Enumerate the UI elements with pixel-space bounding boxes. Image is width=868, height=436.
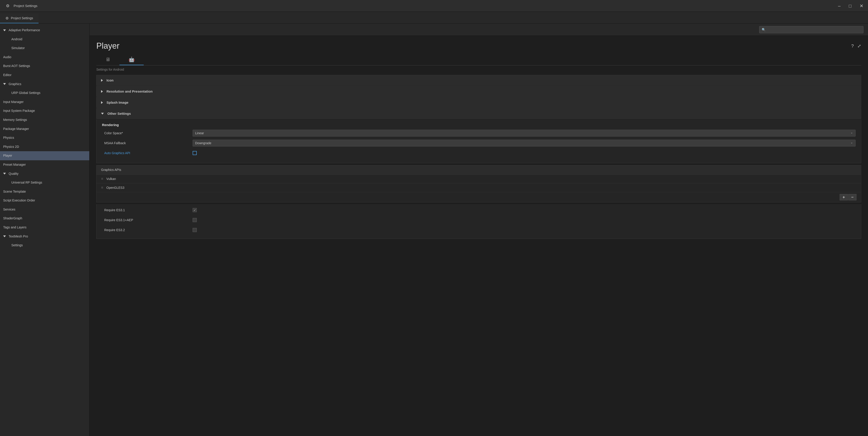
player-actions: ? ⤢ [851,43,861,49]
sidebar-item-editor[interactable]: Editor [0,71,89,80]
graphics-api-vulkan: ≡ Vulkan [97,174,861,183]
color-space-row: Color Space* Linear Gamma [102,130,856,137]
search-input[interactable] [767,28,861,31]
color-space-label: Color Space* [102,131,193,135]
section-header-other[interactable]: Other Settings [96,108,861,119]
collapse-icon [101,90,103,93]
auto-graphics-api-row: Auto Graphics API [102,149,856,157]
app-icon: ⚙ [4,3,11,9]
maximize-button[interactable]: □ [849,4,851,8]
section-header-splash[interactable]: Splash Image [96,97,861,108]
expand-icon [3,173,6,174]
remove-api-button[interactable]: − [848,194,857,200]
title-bar: ⚙ Project Settings – □ ✕ [0,0,868,12]
require-es32-label: Require ES3.2 [102,228,193,232]
sidebar-item-graphics[interactable]: Graphics [0,80,89,89]
expand-icon [3,29,6,31]
require-es31-row: Require ES3.1 [102,206,856,214]
sidebar-item-package-manager[interactable]: Package Manager [0,125,89,134]
settings-for-label: Settings for Android [96,68,861,71]
window-controls: – □ ✕ [838,4,864,8]
es-requirements: Require ES3.1 Require ES3.1+AEP Require … [96,204,861,239]
require-es32-row: Require ES3.2 [102,226,856,234]
sidebar-item-scene-template[interactable]: Scene Template [0,187,89,196]
msaa-fallback-label: MSAA Fallback [102,141,193,145]
help-button[interactable]: ? [851,43,854,49]
vulkan-label: Vulkan [106,177,116,181]
sidebar-item-physics-2d[interactable]: Physics 2D [0,142,89,152]
msaa-fallback-row: MSAA Fallback Downgrade None [102,139,856,147]
auto-graphics-api-value [193,151,856,155]
sidebar-item-universal-rp[interactable]: Universal RP Settings [0,178,89,187]
color-space-value: Linear Gamma [193,130,856,136]
color-space-select[interactable]: Linear Gamma [193,130,856,136]
require-es31-value [193,208,856,212]
drag-handle-icon[interactable]: ≡ [101,177,103,181]
sidebar-item-textmesh-settings[interactable]: Settings [0,241,89,250]
sidebar-item-player[interactable]: Player [0,151,89,160]
platform-tabs: 🖥 🤖 [96,54,861,65]
sidebar-item-input-manager[interactable]: Input Manager [0,98,89,107]
sidebar-item-simulator[interactable]: Simulator [0,44,89,53]
title-bar-text: Project Settings [13,4,37,8]
auto-graphics-api-label[interactable]: Auto Graphics API [102,151,193,155]
desktop-icon: 🖥 [105,57,111,63]
add-api-button[interactable]: + [840,194,848,200]
search-icon: 🔍 [762,28,766,31]
require-es32-value [193,228,856,232]
player-header: Player ? ⤢ [90,36,868,54]
graphics-api-opengles3: ≡ OpenGLES3 [97,183,861,192]
msaa-fallback-value: Downgrade None [193,140,856,146]
sidebar-item-urp-global[interactable]: URP Global Settings [0,89,89,98]
collapse-icon [101,101,103,104]
sidebar-item-tags-and-layers[interactable]: Tags and Layers [0,223,89,232]
require-es31-label: Require ES3.1 [102,208,193,212]
tab-desktop[interactable]: 🖥 [96,54,119,65]
tab-bar: ⚙ Project Settings [0,12,868,24]
graphics-apis-section: Graphics APIs ≡ Vulkan ≡ OpenGLES3 + − [96,165,861,202]
sidebar-item-quality[interactable]: Quality [0,169,89,178]
search-box[interactable]: 🔍 [759,26,864,33]
sidebar-item-script-execution[interactable]: Script Execution Order [0,196,89,205]
expand-button[interactable]: ⤢ [857,43,861,49]
require-es31-aep-label: Require ES3.1+AEP [102,218,193,222]
tab-project-settings[interactable]: ⚙ Project Settings [0,13,38,23]
sidebar: Adaptive Performance Android Simulator A… [0,24,90,436]
require-es32-checkbox[interactable] [193,228,197,232]
sidebar-item-adaptive-performance[interactable]: Adaptive Performance [0,26,89,35]
require-es31-checkbox[interactable] [193,208,197,212]
require-es31-aep-row: Require ES3.1+AEP [102,216,856,224]
apis-toolbar: + − [97,192,861,202]
sidebar-item-textmesh-pro[interactable]: TextMesh Pro [0,232,89,241]
sidebar-item-physics[interactable]: Physics [0,133,89,142]
drag-handle-icon[interactable]: ≡ [101,186,103,190]
rendering-header: Rendering [102,123,856,127]
auto-graphics-api-checkbox[interactable] [193,151,197,155]
msaa-fallback-select[interactable]: Downgrade None [193,140,856,146]
tab-android[interactable]: 🤖 [119,54,144,65]
sidebar-item-shadergraph[interactable]: ShaderGraph [0,214,89,223]
expand-icon [3,235,6,237]
sidebar-item-android[interactable]: Android [0,35,89,44]
close-button[interactable]: ✕ [860,4,864,8]
graphics-apis-header: Graphics APIs [97,165,861,174]
expand-icon [3,83,6,85]
require-es31-aep-value [193,218,856,222]
sidebar-item-services[interactable]: Services [0,205,89,214]
main-layout: Adaptive Performance Android Simulator A… [0,24,868,436]
section-header-resolution[interactable]: Resolution and Presentation [96,86,861,97]
opengles3-label: OpenGLES3 [106,186,124,190]
sidebar-item-burst-aot[interactable]: Burst AOT Settings [0,62,89,71]
sidebar-item-audio[interactable]: Audio [0,53,89,62]
content-scroll: Player ? ⤢ 🖥 🤖 Settings for Android [90,36,868,436]
sidebar-item-preset-manager[interactable]: Preset Manager [0,160,89,169]
section-header-icon[interactable]: Icon [96,75,861,86]
sidebar-item-input-system[interactable]: Input System Package [0,106,89,115]
sidebar-item-memory-settings[interactable]: Memory Settings [0,115,89,125]
content-area: 🔍 Player ? ⤢ 🖥 🤖 [90,24,868,436]
minimize-button[interactable]: – [838,4,841,8]
section-body-other: Rendering Color Space* Linear Gamma MSAA… [96,119,861,163]
require-es31-aep-checkbox[interactable] [193,218,197,222]
collapse-icon [101,113,104,114]
collapse-icon [101,79,103,82]
